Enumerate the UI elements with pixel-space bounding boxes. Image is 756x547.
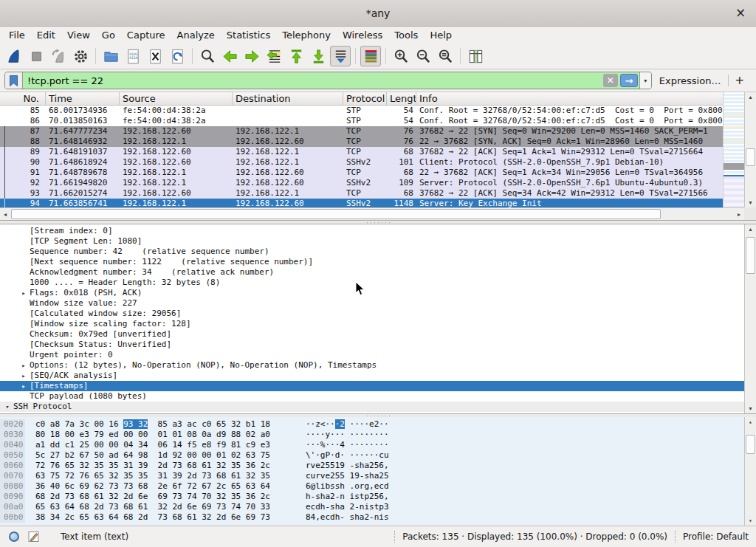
expander-icon[interactable]: ▾: [3, 402, 12, 412]
expander-icon[interactable]: [19, 298, 28, 309]
colorize-icon[interactable]: [360, 46, 381, 66]
packet-list-minimap[interactable]: [723, 92, 744, 207]
capture-options-icon[interactable]: [70, 46, 91, 66]
detail-row[interactable]: [TCP Segment Len: 1080]: [0, 236, 756, 247]
expander-icon[interactable]: [19, 267, 28, 278]
restart-capture-icon[interactable]: [48, 46, 69, 66]
zoom-in-icon[interactable]: [391, 46, 411, 66]
go-back-icon[interactable]: [219, 46, 240, 66]
detail-row[interactable]: [Calculated window size: 29056]: [0, 309, 756, 319]
display-filter-field[interactable]: ✕ → ▾: [4, 72, 652, 89]
reload-capture-file-icon[interactable]: [167, 46, 188, 66]
bytes-vscrollbar[interactable]: ▴ ▾: [744, 417, 756, 526]
detail-row[interactable]: [Window size scaling factor: 128]: [0, 319, 756, 329]
zoom-out-icon[interactable]: [413, 46, 433, 66]
expander-icon[interactable]: ▸: [19, 360, 28, 371]
find-packet-icon[interactable]: [197, 46, 218, 66]
profile-text[interactable]: Profile: Default: [683, 531, 749, 542]
expander-icon[interactable]: [19, 226, 28, 236]
details-vscrollbar[interactable]: ▴ ▾: [744, 224, 756, 413]
expander-icon[interactable]: [19, 236, 28, 247]
display-filter-input[interactable]: [23, 72, 603, 89]
packet-list-vscrollbar[interactable]: ▴ ▾: [744, 92, 756, 207]
menu-item[interactable]: Analyze: [171, 28, 221, 42]
detail-row[interactable]: 1000 .... = Header Length: 32 bytes (8): [0, 278, 756, 288]
expander-icon[interactable]: [19, 309, 28, 319]
scroll-thumb[interactable]: [746, 148, 755, 166]
expander-icon[interactable]: [19, 350, 28, 360]
column-header[interactable]: Length: [387, 92, 416, 105]
detail-row[interactable]: ▾ SSH Protocol: [0, 402, 756, 412]
packet-row[interactable]: 90 71.648618924 192.168.122.60 192.168.1…: [0, 157, 756, 168]
menu-item[interactable]: Edit: [31, 28, 61, 42]
scroll-right-icon[interactable]: ▸: [734, 208, 744, 220]
expression-button[interactable]: Expression…: [652, 75, 729, 86]
column-header[interactable]: No.: [0, 92, 46, 105]
scroll-down-icon[interactable]: ▾: [745, 198, 756, 207]
packet-row[interactable]: 87 71.647777234 192.168.122.60 192.168.1…: [0, 126, 756, 137]
filter-bookmark-icon[interactable]: [5, 72, 23, 89]
resize-columns-icon[interactable]: [465, 46, 486, 66]
scroll-up-icon[interactable]: ▴: [745, 224, 756, 234]
packet-row[interactable]: 89 71.648191037 192.168.122.60 192.168.1…: [0, 147, 756, 157]
detail-row[interactable]: [Stream index: 0]: [0, 226, 756, 236]
hex-row[interactable]: 0090 68 2d 73 68 61 32 2d 6e 69 73 74 70…: [0, 492, 756, 502]
column-header[interactable]: Time: [46, 92, 120, 105]
go-to-packet-icon[interactable]: [264, 46, 284, 66]
expander-icon[interactable]: [19, 257, 28, 267]
expander-icon[interactable]: ▸: [19, 371, 28, 381]
titlebar[interactable]: *any ×: [0, 0, 756, 27]
scroll-thumb[interactable]: [11, 209, 661, 219]
scroll-down-icon[interactable]: ▾: [745, 516, 756, 526]
menu-item[interactable]: Tools: [388, 28, 424, 42]
go-to-first-packet-icon[interactable]: [286, 46, 306, 66]
menu-item[interactable]: Capture: [121, 28, 171, 42]
scroll-thumb[interactable]: [746, 237, 755, 274]
expander-icon[interactable]: ▸: [19, 288, 28, 298]
scroll-up-icon[interactable]: ▴: [745, 417, 756, 427]
expander-icon[interactable]: ▸: [19, 381, 28, 391]
filter-dropdown-icon[interactable]: ▾: [639, 72, 651, 89]
save-capture-file-icon[interactable]: 01010110: [123, 46, 143, 66]
expander-icon[interactable]: [19, 278, 28, 288]
hex-row[interactable]: 0020 c0 a8 7a 3c 00 16 93 32 85 a3 ac c0…: [0, 419, 756, 430]
packet-row[interactable]: 88 71.648146932 192.168.122.1 192.168.12…: [0, 137, 756, 147]
go-to-last-packet-icon[interactable]: [308, 46, 329, 66]
scroll-thumb[interactable]: [746, 435, 755, 454]
packet-row[interactable]: 91 71.648789678 192.168.122.1 192.168.12…: [0, 168, 756, 178]
column-header[interactable]: Protocol: [343, 92, 387, 105]
hex-row[interactable]: 0080 36 40 6c 69 62 73 73 68 2e 6f 72 67…: [0, 481, 756, 492]
expander-icon[interactable]: [19, 319, 28, 329]
menu-item[interactable]: Wireless: [337, 28, 388, 42]
packet-row[interactable]: 86 70.013850163 fe:54:00:d4:38:2a STP 54…: [0, 116, 756, 126]
start-capture-icon[interactable]: [4, 46, 24, 66]
detail-row[interactable]: Checksum: 0x79ed [unverified]: [0, 329, 756, 340]
menu-item[interactable]: Statistics: [221, 28, 276, 42]
packet-row[interactable]: 93 71.662015274 192.168.122.60 192.168.1…: [0, 188, 756, 199]
menu-item[interactable]: Go: [96, 28, 121, 42]
scroll-down-icon[interactable]: ▾: [745, 404, 756, 413]
packet-list-hscrollbar[interactable]: ◂ ▸: [0, 207, 744, 220]
detail-row[interactable]: ▸ Options: (12 bytes), No-Operation (NOP…: [0, 360, 756, 371]
expert-info-icon[interactable]: [9, 531, 19, 542]
detail-row[interactable]: ▸ [SEQ/ACK analysis]: [0, 371, 756, 381]
scroll-left-icon[interactable]: ◂: [0, 208, 10, 220]
packet-row[interactable]: 92 71.661949820 192.168.122.1 192.168.12…: [0, 178, 756, 188]
filter-apply-icon[interactable]: →: [620, 74, 638, 87]
detail-row[interactable]: ▸ [Timestamps]: [0, 381, 756, 391]
menu-item[interactable]: Help: [424, 28, 458, 42]
packet-row[interactable]: 85 68.001734936 fe:54:00:d4:38:2a STP 54…: [0, 106, 756, 116]
detail-row[interactable]: Window size value: 227: [0, 298, 756, 309]
hex-row[interactable]: 0070 63 75 72 76 65 32 35 35 31 39 2d 73…: [0, 471, 756, 481]
expander-icon[interactable]: [19, 340, 28, 350]
expander-icon[interactable]: [19, 329, 28, 340]
detail-row[interactable]: [Checksum Status: Unverified]: [0, 340, 756, 350]
hex-row[interactable]: 0030 80 18 00 e3 79 ed 00 00 01 01 08 0a…: [0, 430, 756, 440]
hex-row[interactable]: 0040 a1 dd c1 25 00 00 04 34 06 14 f5 e8…: [0, 440, 756, 450]
detail-row[interactable]: [Next sequence number: 1122 (relative se…: [0, 257, 756, 267]
hex-row[interactable]: 00a0 65 63 64 68 2d 73 68 61 32 2d 6e 69…: [0, 502, 756, 512]
close-icon[interactable]: ×: [732, 4, 749, 21]
hex-row[interactable]: 0060 72 76 65 32 35 35 31 39 2d 73 68 61…: [0, 461, 756, 471]
close-capture-file-icon[interactable]: [145, 46, 165, 66]
detail-row[interactable]: ▸ Flags: 0x018 (PSH, ACK): [0, 288, 756, 298]
